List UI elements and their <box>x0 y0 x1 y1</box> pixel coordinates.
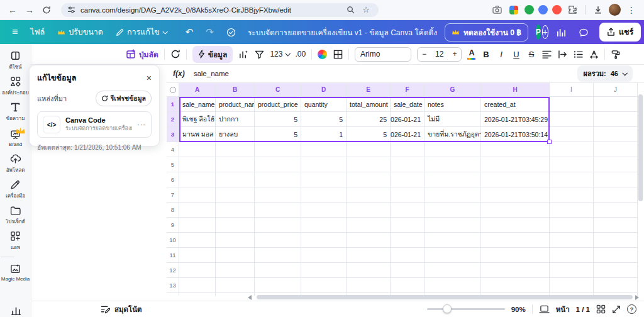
cell-D3[interactable]: 1 <box>301 127 347 142</box>
cell-F3[interactable]: 2026-01-21 <box>391 127 425 142</box>
cell-D2[interactable]: 5 <box>301 112 347 127</box>
cell-H1[interactable]: created_at <box>481 97 550 112</box>
data-source-card[interactable]: </> Canva Code ระบบจัดการยอดขายเครื่องเข… <box>37 111 152 138</box>
cell-B11[interactable] <box>216 248 255 263</box>
file-menu[interactable]: ไฟล์ <box>26 23 49 41</box>
cell-F5[interactable] <box>391 157 425 172</box>
extension-red-icon[interactable] <box>552 5 562 14</box>
font-size-decrease[interactable]: − <box>418 50 431 58</box>
extension-blue-icon[interactable] <box>538 5 548 14</box>
cell-G3[interactable]: ขายที่ม.ราชภัฏอุตรดิตถ์ <box>425 127 481 142</box>
cell-I13[interactable] <box>550 278 594 293</box>
cell-E9[interactable] <box>347 218 391 233</box>
cell-I9[interactable] <box>550 218 594 233</box>
cell-I2[interactable] <box>550 112 594 127</box>
cell-D12[interactable] <box>301 263 347 278</box>
align-left-icon[interactable] <box>541 49 552 59</box>
row-number-7[interactable]: 7 <box>167 187 179 203</box>
sidebar-item-design[interactable]: ดีไซน์ <box>1 48 31 74</box>
cell-B13[interactable] <box>216 278 255 293</box>
share-button[interactable]: แชร์ <box>599 23 641 42</box>
cell-H10[interactable] <box>481 233 550 248</box>
cell-H5[interactable] <box>481 157 550 172</box>
sidebar-item-text[interactable]: ข้อความ <box>1 99 31 125</box>
cell-A3[interactable]: มานพ มอส <box>179 127 216 142</box>
cell-I6[interactable] <box>550 172 594 187</box>
cell-F13[interactable] <box>391 278 425 293</box>
underline-button[interactable]: U <box>511 50 521 59</box>
cell-H3[interactable]: 2026-01-21T03:50:14.750Z <box>481 127 550 142</box>
search-icon[interactable] <box>347 6 355 14</box>
column-header-C[interactable]: C <box>255 83 301 97</box>
insights-chart-icon[interactable] <box>552 25 570 40</box>
cell-C12[interactable] <box>255 263 301 278</box>
cell-G2[interactable]: ไม่มี <box>425 112 481 127</box>
close-icon[interactable]: × <box>147 74 152 82</box>
cell-D8[interactable] <box>301 203 347 218</box>
cell-A5[interactable] <box>179 157 216 172</box>
url-text[interactable]: canva.com/design/DAG_A2V2k_0/8Ak5sXreO-C… <box>80 6 291 14</box>
source-menu-icon[interactable]: ··· <box>137 121 146 128</box>
redo-icon[interactable]: ↷ <box>201 24 218 40</box>
sidebar-item-apps[interactable]: แอพ <box>1 228 31 254</box>
sidebar-item-elements[interactable]: องค์ประกอบ <box>1 74 31 99</box>
sync-data-icon[interactable] <box>170 49 180 59</box>
sidebar-item-uploads[interactable]: อัพโหลด <box>1 151 31 177</box>
cell-H12[interactable] <box>481 263 550 278</box>
extensions-puzzle-icon[interactable] <box>566 4 579 16</box>
page-indicator[interactable]: 1 / 1 <box>576 306 590 313</box>
cell-D7[interactable] <box>301 187 347 203</box>
rail-charts-icon[interactable] <box>0 305 31 316</box>
cell-F11[interactable] <box>391 248 425 263</box>
shortcuts-button[interactable]: ปุ่มลัด <box>126 48 158 60</box>
cell-C4[interactable] <box>255 142 301 157</box>
cell-B2[interactable]: ปากกา <box>216 112 255 127</box>
cell-J11[interactable] <box>594 248 638 263</box>
cell-B9[interactable] <box>216 218 255 233</box>
cell-G7[interactable] <box>425 187 481 203</box>
cell-J8[interactable] <box>594 203 638 218</box>
cell-G8[interactable] <box>425 203 481 218</box>
fullscreen-icon[interactable] <box>612 305 621 314</box>
column-header-A[interactable]: A <box>179 83 216 97</box>
cell-D13[interactable] <box>301 278 347 293</box>
refresh-data-button[interactable]: รีเฟรชข้อมูล <box>96 91 152 106</box>
cell-H7[interactable] <box>481 187 550 203</box>
strikethrough-button[interactable]: S <box>526 50 536 59</box>
cell-B1[interactable]: product_name <box>216 97 255 112</box>
cell-A9[interactable] <box>179 218 216 233</box>
undo-icon[interactable]: ↶ <box>181 24 198 40</box>
vertical-scrollbar[interactable] <box>638 94 643 201</box>
row-number-14[interactable] <box>167 293 179 296</box>
cell-G9[interactable] <box>425 218 481 233</box>
chart-insert-icon[interactable] <box>238 49 248 59</box>
cell-B7[interactable] <box>216 187 255 203</box>
help-icon[interactable]: ? <box>627 304 636 314</box>
cell-B3[interactable]: ยางลบ <box>216 127 255 142</box>
add-member-button[interactable]: + <box>542 25 548 39</box>
cell-F6[interactable] <box>391 172 425 187</box>
cell-C11[interactable] <box>255 248 301 263</box>
extension-green-icon[interactable] <box>525 5 534 14</box>
cell-G1[interactable]: notes <box>425 97 481 112</box>
cell-E10[interactable] <box>347 233 391 248</box>
row-number-1[interactable]: 1 <box>167 97 179 112</box>
cell-E4[interactable] <box>347 142 391 157</box>
cell-I8[interactable] <box>550 203 594 218</box>
row-number-3[interactable]: 3 <box>167 127 179 142</box>
list-icon[interactable] <box>573 49 583 59</box>
hscroll-left-arrow[interactable] <box>248 295 252 300</box>
text-color-button[interactable]: A <box>467 48 475 60</box>
cell-F7[interactable] <box>391 187 425 203</box>
cell-G13[interactable] <box>425 278 481 293</box>
spreadsheet-grid[interactable]: ABCDEFGHIJ1sale_nameproduct_nameproduct_… <box>167 83 638 296</box>
cell-C1[interactable]: product_price <box>255 97 301 112</box>
bold-button[interactable]: B <box>481 50 491 59</box>
cell-D11[interactable] <box>301 248 347 263</box>
cell-D9[interactable] <box>301 218 347 233</box>
cell-B4[interactable] <box>216 142 255 157</box>
cell-C2[interactable]: 5 <box>255 112 301 127</box>
column-header-F[interactable]: F <box>391 83 425 97</box>
cell-I10[interactable] <box>550 233 594 248</box>
cell-C3[interactable]: 5 <box>255 127 301 142</box>
